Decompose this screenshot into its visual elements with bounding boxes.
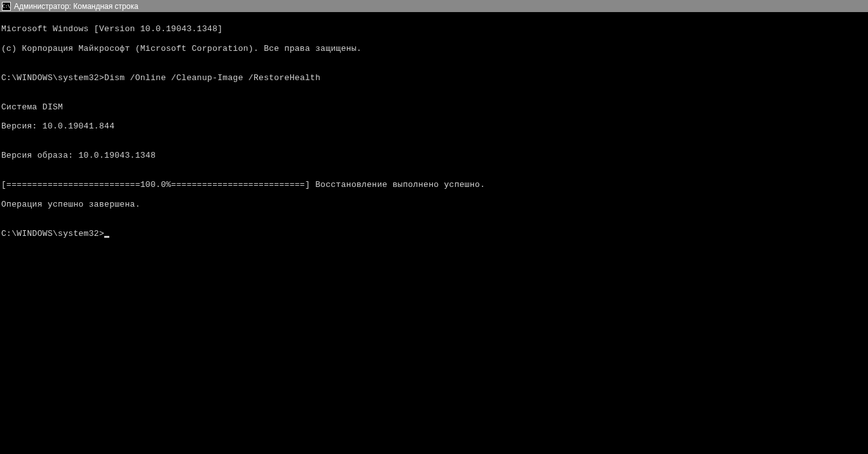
window-title: Администратор: Командная строка [14, 2, 139, 11]
image-version: Версия образа: 10.0.19043.1348 [1, 151, 867, 160]
copyright-line: (c) Корпорация Майкрософт (Microsoft Cor… [1, 44, 867, 53]
completion-line: Операция успешно завершена. [1, 200, 867, 209]
cmd-icon: C:\ [2, 2, 11, 11]
cursor [104, 236, 109, 238]
prompt-path: C:\WINDOWS\system32> [1, 229, 104, 238]
prompt-path: C:\WINDOWS\system32> [1, 73, 104, 83]
dism-header: Cистема DISM [1, 102, 867, 112]
os-version-line: Microsoft Windows [Version 10.0.19043.13… [1, 24, 867, 34]
dism-version: Версия: 10.0.19041.844 [1, 121, 867, 131]
window-titlebar[interactable]: C:\ Администратор: Командная строка [0, 0, 868, 12]
prompt-line: C:\WINDOWS\system32> [1, 229, 867, 238]
terminal-output[interactable]: Microsoft Windows [Version 10.0.19043.13… [0, 12, 868, 249]
command-line: C:\WINDOWS\system32>Dism /Online /Cleanu… [1, 73, 867, 83]
entered-command: Dism /Online /Cleanup-Image /RestoreHeal… [104, 73, 320, 83]
progress-bar-line: [==========================100.0%=======… [1, 180, 867, 189]
